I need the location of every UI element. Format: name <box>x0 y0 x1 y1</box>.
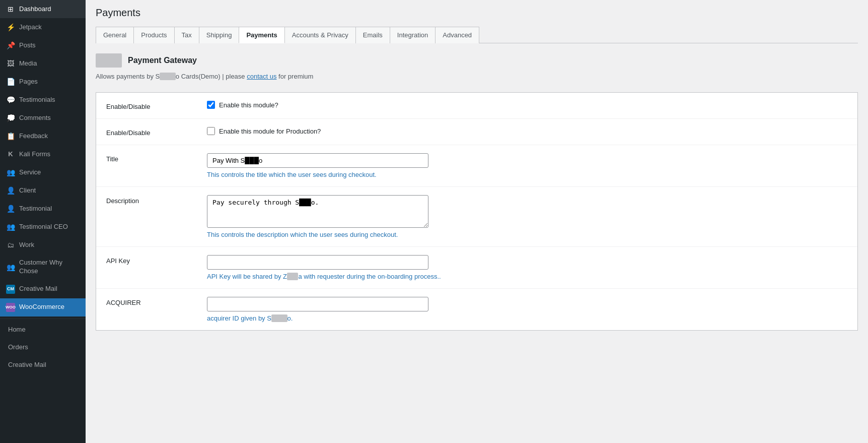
sidebar-item-creative-mail[interactable]: CM Creative Mail <box>0 280 86 298</box>
submenu-item-home[interactable]: Home <box>0 321 86 339</box>
sidebar-item-label: Media <box>19 59 37 68</box>
sidebar-item-label: Dashboard <box>19 5 51 14</box>
sidebar-item-media[interactable]: 🖼 Media <box>0 54 86 73</box>
sidebar-item-kali-forms[interactable]: K Kali Forms <box>0 145 86 163</box>
sidebar-item-label: Pages <box>19 78 38 86</box>
tabs-bar: General Products Tax Shipping Payments A… <box>96 27 858 43</box>
tab-payments[interactable]: Payments <box>239 27 284 43</box>
settings-row-enable-2: Enable/Disable Enable this module for Pr… <box>96 119 857 145</box>
sidebar-item-label: Feedback <box>19 132 48 141</box>
api-key-hint: API Key will be shared by Z██a with requ… <box>207 273 847 280</box>
gateway-title: Payment Gateway <box>128 56 197 65</box>
tab-integration[interactable]: Integration <box>390 27 436 43</box>
submenu-item-creative-mail[interactable]: Creative Mail <box>0 356 86 374</box>
sidebar-item-label: Client <box>19 186 36 195</box>
gateway-header: Payment Gateway <box>96 53 858 68</box>
content-area: Payment Gateway Allows payments by S███o… <box>86 53 868 341</box>
settings-field-enable-2: Enable this module for Production? <box>207 127 847 135</box>
sidebar-item-testimonial[interactable]: 👤 Testimonial <box>0 200 86 218</box>
blurred-text-3: ███ <box>271 314 287 322</box>
tab-advanced[interactable]: Advanced <box>435 27 479 43</box>
acquirer-input[interactable] <box>207 297 428 311</box>
contact-us-link[interactable]: contact us <box>247 73 276 80</box>
sidebar-item-testimonial-ceo[interactable]: 👥 Testimonial CEO <box>0 218 86 236</box>
enable-module-label[interactable]: Enable this module? <box>219 101 278 109</box>
tab-general[interactable]: General <box>96 27 134 43</box>
sidebar-item-work[interactable]: 🗂 Work <box>0 236 86 254</box>
sidebar-item-label: WooCommerce <box>19 303 64 311</box>
pages-icon: 📄 <box>6 77 15 86</box>
sidebar-item-testimonials[interactable]: 💬 Testimonials <box>0 91 86 109</box>
sidebar-item-woocommerce[interactable]: WOO WooCommerce <box>0 298 86 317</box>
submenu-item-orders[interactable]: Orders <box>0 339 86 356</box>
customer-why-chose-icon: 👥 <box>6 263 15 272</box>
tab-tax[interactable]: Tax <box>174 27 199 43</box>
settings-field-enable-1: Enable this module? <box>207 101 847 109</box>
title-input[interactable] <box>207 153 428 168</box>
main-content: Payments General Products Tax Shipping P… <box>86 0 868 443</box>
settings-row-api-key: API Key API Key will be shared by Z██a w… <box>96 247 857 289</box>
sidebar: ⊞ Dashboard ⚡ Jetpack 📌 Posts 🖼 Media 📄 … <box>0 0 86 443</box>
service-icon: 👥 <box>6 168 15 177</box>
sidebar-item-label: Customer Why Chose <box>19 259 80 276</box>
settings-label-enable-2: Enable/Disable <box>106 127 207 137</box>
checkbox-row-enable-1: Enable this module? <box>207 101 847 109</box>
settings-field-acquirer: acquirer ID given by S███o. <box>207 297 847 322</box>
woocommerce-icon: WOO <box>6 303 15 312</box>
submenu-item-label: Orders <box>8 343 28 352</box>
api-key-input[interactable] <box>207 255 428 270</box>
sidebar-item-dashboard[interactable]: ⊞ Dashboard <box>0 0 86 18</box>
description-hint: This controls the description which the … <box>207 231 847 238</box>
sidebar-item-customer-why-chose[interactable]: 👥 Customer Why Chose <box>0 254 86 280</box>
tab-accounts-privacy[interactable]: Accounts & Privacy <box>284 27 356 43</box>
settings-table: Enable/Disable Enable this module? Enabl… <box>96 92 858 331</box>
comments-icon: 💭 <box>6 113 15 122</box>
blurred-text-2: ██ <box>287 273 298 280</box>
sidebar-item-label: Testimonials <box>19 96 55 104</box>
jetpack-icon: ⚡ <box>6 23 15 32</box>
tab-products[interactable]: Products <box>133 27 174 43</box>
sidebar-item-feedback[interactable]: 📋 Feedback <box>0 127 86 145</box>
sidebar-item-service[interactable]: 👥 Service <box>0 163 86 181</box>
settings-field-title: This controls the title which the user s… <box>207 153 847 178</box>
tab-emails[interactable]: Emails <box>355 27 390 43</box>
sidebar-item-label: Testimonial CEO <box>19 223 68 231</box>
work-icon: 🗂 <box>6 240 15 249</box>
sidebar-item-label: Kali Forms <box>19 150 50 159</box>
sidebar-item-label: Testimonial <box>19 205 52 213</box>
enable-production-checkbox[interactable] <box>207 127 215 135</box>
acquirer-hint: acquirer ID given by S███o. <box>207 314 847 322</box>
settings-row-title: Title This controls the title which the … <box>96 145 857 187</box>
settings-field-api-key: API Key will be shared by Z██a with requ… <box>207 255 847 280</box>
checkbox-row-enable-2: Enable this module for Production? <box>207 127 847 135</box>
sidebar-item-label: Service <box>19 168 41 177</box>
sidebar-item-comments[interactable]: 💭 Comments <box>0 109 86 127</box>
sidebar-item-client[interactable]: 👤 Client <box>0 181 86 200</box>
gateway-description: Allows payments by S███o Cards(Demo) | p… <box>96 73 858 80</box>
description-textarea[interactable]: Pay securely through S███o. <box>207 195 428 228</box>
submenu-item-label: Home <box>8 326 26 334</box>
sidebar-item-pages[interactable]: 📄 Pages <box>0 73 86 91</box>
page-title: Payments <box>96 7 858 19</box>
settings-label-description: Description <box>106 195 207 205</box>
enable-production-label[interactable]: Enable this module for Production? <box>219 128 321 135</box>
settings-label-enable-1: Enable/Disable <box>106 101 207 110</box>
client-icon: 👤 <box>6 186 15 195</box>
gateway-logo <box>96 53 122 68</box>
feedback-icon: 📋 <box>6 132 15 141</box>
main-header: Payments General Products Tax Shipping P… <box>86 0 868 43</box>
sidebar-divider <box>0 319 86 319</box>
posts-icon: 📌 <box>6 41 15 50</box>
settings-row-enable-1: Enable/Disable Enable this module? <box>96 93 857 119</box>
submenu-item-label: Creative Mail <box>8 361 46 369</box>
creative-mail-icon: CM <box>6 285 15 294</box>
sidebar-item-label: Creative Mail <box>19 285 57 293</box>
sidebar-item-posts[interactable]: 📌 Posts <box>0 36 86 54</box>
tab-shipping[interactable]: Shipping <box>199 27 240 43</box>
settings-label-title: Title <box>106 153 207 163</box>
enable-module-checkbox[interactable] <box>207 101 215 109</box>
sidebar-item-label: Comments <box>19 114 51 122</box>
settings-row-acquirer: ACQUIRER acquirer ID given by S███o. <box>96 289 857 330</box>
sidebar-item-jetpack[interactable]: ⚡ Jetpack <box>0 18 86 36</box>
kali-forms-icon: K <box>6 150 15 159</box>
